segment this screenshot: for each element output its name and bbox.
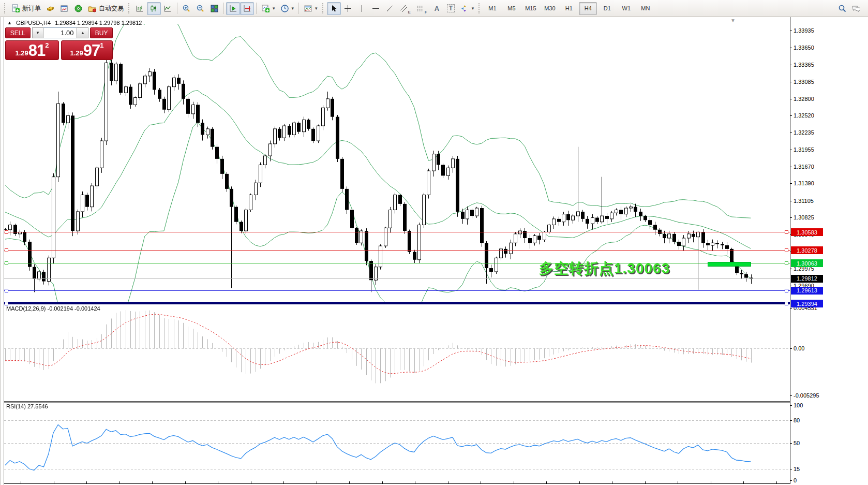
- timeframe-button-d1[interactable]: D1: [598, 2, 616, 15]
- price-tick-label: 1.31670: [794, 164, 814, 170]
- current-price-line[interactable]: [4, 278, 790, 279]
- one-click-trading-panel: SELL ▼ ▲ BUY 1.29 81 2 1.29 97: [5, 27, 113, 60]
- fibo-letter: F: [425, 10, 427, 14]
- level-line-handle[interactable]: [785, 289, 788, 292]
- chart-window: ▼ ▲ GBPUSD-,H4 1.29834 1.29894 1.29798 1…: [0, 17, 868, 485]
- timeframe-button-h1[interactable]: H1: [560, 2, 578, 15]
- level-line-handle[interactable]: [785, 302, 788, 305]
- buy-price-display[interactable]: 1.29 97 1: [61, 40, 113, 60]
- zoom-in-button[interactable]: [179, 2, 193, 15]
- candlestick-icon: [149, 4, 158, 13]
- level-line-handle[interactable]: [5, 289, 8, 292]
- horizontal-level-line[interactable]: [4, 290, 790, 291]
- new-order-button[interactable]: 新订单: [9, 2, 43, 15]
- text-label-tool-icon: T: [447, 4, 455, 12]
- horizontal-line-tool-button[interactable]: [369, 2, 383, 15]
- level-line-handle[interactable]: [785, 248, 788, 252]
- horizontal-level-line[interactable]: [4, 263, 790, 263]
- vertical-line-tool-button[interactable]: [355, 2, 369, 15]
- pane-separator[interactable]: [4, 401, 790, 402]
- equidistant-channel-icon: [399, 4, 408, 13]
- level-price-axis-box[interactable]: 1.30063: [791, 259, 823, 267]
- horizontal-level-line[interactable]: [4, 232, 790, 232]
- sell-price-prefix: 1.29: [15, 48, 28, 58]
- timeframe-button-m5[interactable]: M5: [502, 2, 520, 15]
- level-line-handle[interactable]: [5, 261, 8, 265]
- timeframe-button-h4[interactable]: H4: [579, 2, 597, 15]
- arrows-tool-button[interactable]: ▾: [458, 2, 477, 15]
- level-price-axis-box[interactable]: 1.30278: [791, 246, 823, 254]
- collapse-panel-icon[interactable]: ▲: [7, 20, 12, 25]
- window-bottom-border: [4, 483, 790, 484]
- timeframe-button-w1[interactable]: W1: [617, 2, 635, 15]
- price-tick-label: 1.31955: [794, 146, 814, 153]
- level-price-axis-box[interactable]: 1.29394: [791, 300, 823, 307]
- channel-tool-button[interactable]: E: [397, 2, 413, 15]
- sell-price-display[interactable]: 1.29 81 2: [5, 40, 59, 60]
- level-price-axis-box[interactable]: 1.30583: [791, 228, 823, 236]
- zoom-out-icon: [196, 4, 205, 13]
- level-line-handle[interactable]: [785, 261, 788, 265]
- cursor-tool-button[interactable]: [327, 2, 341, 15]
- trendline-tool-button[interactable]: [383, 2, 397, 15]
- fibonacci-tool-button[interactable]: F: [413, 2, 430, 15]
- arrows-caret[interactable]: ▾: [472, 6, 474, 11]
- macd-label: MACD(12,26,9): [6, 305, 46, 312]
- chart-shift-button[interactable]: [240, 2, 254, 15]
- auto-scroll-button[interactable]: [226, 2, 240, 15]
- zoom-out-button[interactable]: [193, 2, 207, 15]
- timeframe-button-mn[interactable]: MN: [636, 2, 654, 15]
- text-tool-button[interactable]: A: [430, 2, 444, 15]
- pane-separator[interactable]: [4, 302, 790, 304]
- buy-button[interactable]: BUY: [90, 27, 113, 38]
- sell-button[interactable]: SELL: [5, 27, 31, 38]
- timeframe-bar: M1M5M15M30H1H4D1W1MN: [483, 2, 654, 15]
- pane-separator[interactable]: [4, 402, 790, 403]
- level-line-handle[interactable]: [5, 230, 8, 234]
- chat-icon[interactable]: [852, 4, 861, 13]
- timeframe-button-m30[interactable]: M30: [541, 2, 559, 15]
- fibonacci-icon: [416, 4, 425, 13]
- level-price-axis-box[interactable]: 1.29613: [791, 287, 823, 295]
- volume-decrease-button[interactable]: ▼: [32, 27, 44, 38]
- current-price-axis-box[interactable]: 1.29812: [791, 275, 823, 283]
- templates-button[interactable]: ▾: [301, 2, 320, 15]
- line-chart-button[interactable]: [161, 2, 175, 15]
- toolbar-grip[interactable]: [4, 3, 7, 13]
- chart-canvas[interactable]: [4, 19, 790, 484]
- timeframe-button-m15[interactable]: M15: [521, 2, 540, 15]
- crosshair-tool-button[interactable]: [341, 2, 355, 15]
- signals-button[interactable]: [71, 2, 85, 15]
- volume-increase-button[interactable]: ▲: [77, 27, 88, 38]
- level-line-handle[interactable]: [785, 230, 788, 234]
- add-indicator-caret[interactable]: ▾: [273, 6, 275, 11]
- horizontal-level-line[interactable]: [4, 250, 790, 251]
- window-border: [1, 17, 1, 485]
- trendline-icon: [385, 4, 394, 13]
- chart-ohlc-values: 1.29834 1.29894 1.29798 1.29812: [55, 20, 142, 26]
- add-indicator-button[interactable]: ▾: [259, 2, 278, 15]
- search-icon[interactable]: [838, 4, 847, 13]
- spin-up-icon: ▲: [81, 31, 85, 35]
- toolbar-grip[interactable]: [128, 3, 131, 13]
- text-label-tool-button[interactable]: T: [444, 2, 458, 15]
- toolbar-grip[interactable]: [478, 3, 481, 13]
- buy-price-big-digits: 97: [83, 42, 100, 58]
- timeframe-button-m1[interactable]: M1: [483, 2, 501, 15]
- toolbar-grip[interactable]: [322, 3, 325, 13]
- tile-windows-button[interactable]: [207, 2, 221, 15]
- periods-caret[interactable]: ▾: [292, 6, 294, 11]
- crosshair-icon: [343, 4, 352, 13]
- templates-caret[interactable]: ▾: [315, 6, 318, 11]
- periods-button[interactable]: ▾: [278, 2, 297, 15]
- macd-indicator-label: MACD(12,26,9) -0.002194 -0.001424: [6, 305, 100, 312]
- auto-trading-label: 自动交易: [99, 4, 124, 13]
- level-line-handle[interactable]: [5, 248, 8, 252]
- bar-chart-button[interactable]: [133, 2, 147, 15]
- auto-trading-button[interactable]: 自动交易: [85, 2, 126, 15]
- market-watch-button[interactable]: [57, 2, 71, 15]
- candlestick-chart-button[interactable]: [147, 2, 161, 15]
- chart-list-button[interactable]: [43, 2, 57, 15]
- level-line-handle[interactable]: [5, 302, 8, 305]
- volume-input[interactable]: [43, 27, 77, 38]
